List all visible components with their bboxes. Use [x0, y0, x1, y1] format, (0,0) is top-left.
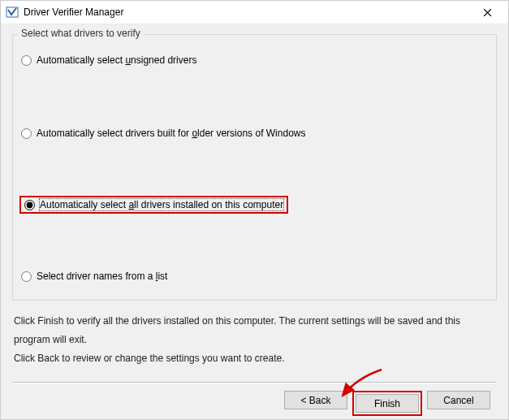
close-button[interactable] [471, 1, 503, 24]
radio-older-label[interactable]: Automatically select drivers built for o… [37, 128, 305, 139]
finish-highlight: Finish [352, 391, 422, 416]
titlebar: Driver Verifier Manager [1, 1, 508, 24]
radio-list[interactable] [21, 271, 32, 282]
cancel-button[interactable]: Cancel [427, 391, 490, 409]
radio-all[interactable] [24, 200, 35, 210]
button-row: < Back Finish Cancel [12, 383, 497, 420]
close-icon [483, 8, 492, 17]
back-button[interactable]: < Back [284, 391, 347, 409]
description-text: Click Finish to verify all the drivers i… [12, 312, 497, 367]
driver-select-group: Select what drivers to verify Automatica… [12, 34, 497, 301]
window-root: Driver Verifier Manager Select what driv… [0, 0, 509, 420]
radio-option-older-windows[interactable]: Automatically select drivers built for o… [19, 126, 307, 141]
radio-unsigned[interactable] [21, 55, 32, 66]
description-line1: Click Finish to verify all the drivers i… [14, 312, 495, 349]
content-area: Select what drivers to verify Automatica… [1, 24, 508, 420]
radio-option-all-drivers[interactable]: Automatically select all drivers install… [19, 196, 288, 214]
radio-option-unsigned[interactable]: Automatically select unsigned drivers [19, 53, 198, 67]
window-title: Driver Verifier Manager [24, 6, 471, 18]
finish-button[interactable]: Finish [356, 394, 419, 413]
radio-unsigned-label[interactable]: Automatically select unsigned drivers [37, 54, 196, 66]
group-legend: Select what drivers to verify [18, 28, 144, 39]
app-icon [6, 6, 19, 19]
radio-option-from-list[interactable]: Select driver names from a list [19, 269, 169, 284]
radio-all-label[interactable]: Automatically select all drivers install… [40, 199, 283, 210]
radio-list-label[interactable]: Select driver names from a list [37, 271, 167, 282]
radio-older[interactable] [21, 128, 32, 139]
description-line2: Click Back to review or change the setti… [14, 349, 495, 368]
